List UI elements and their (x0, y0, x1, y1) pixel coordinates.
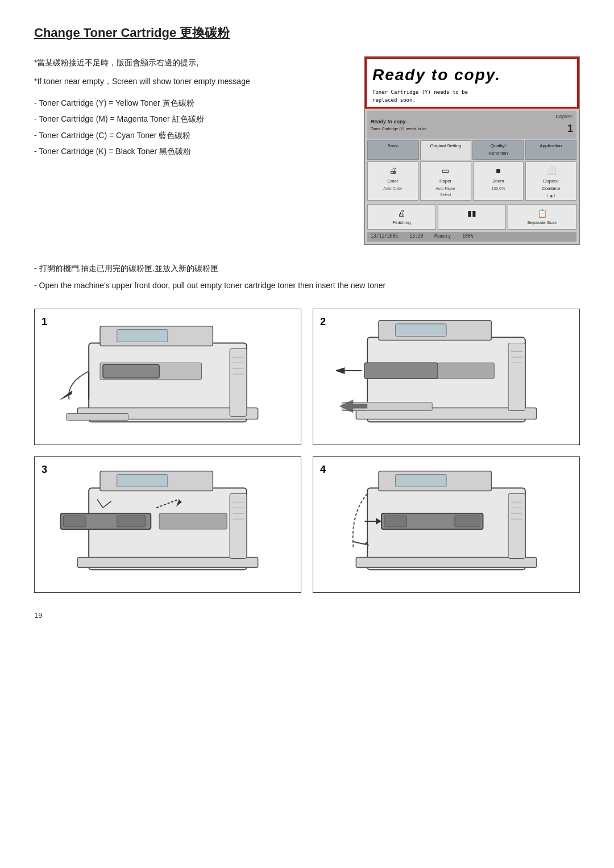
step-3-box: 3 (34, 456, 301, 593)
btn-separate-scan-label: Separate Scan (509, 219, 575, 227)
tab-quality[interactable]: Quality/Rendition (472, 140, 524, 160)
list-item: - Toner Cartridge (Y) = Yellow Toner 黃色碳… (34, 97, 347, 109)
svg-rect-26 (117, 475, 168, 487)
steps-grid: 1 (34, 309, 580, 593)
list-item: - Toner Cartridge (C) = Cyan Toner 藍色碳粉 (34, 129, 347, 142)
btn-zoom[interactable]: ■ Zoom 100.0% (473, 161, 524, 201)
svg-rect-19 (438, 363, 494, 379)
btn-duplex[interactable]: ⬜ Duplex/Combine 1 ◆ 1 (525, 161, 576, 201)
step-4-box: 4 (313, 456, 580, 593)
btn-duplex-sub: 1 ◆ 1 (527, 193, 575, 199)
svg-rect-15 (396, 324, 446, 337)
instructions-section: - 打開前機門,抽走已用完的碳粉匣,並放入新的碳粉匣 - Open the ma… (34, 262, 580, 292)
toner-list: - Toner Cartridge (Y) = Yellow Toner 黃色碳… (34, 97, 347, 158)
svg-rect-40 (356, 558, 536, 568)
step-2-illustration (313, 309, 579, 445)
svg-rect-31 (159, 514, 227, 530)
copies-label: Copies: (555, 113, 573, 121)
btn-paper[interactable]: ▭ Paper Auto PaperSelect (420, 161, 471, 201)
btn-color-label: Color (369, 178, 417, 185)
btn-zoom-label: Zoom (475, 178, 522, 185)
ui-screen-container: Ready to copy. Toner Cartridge (Y) needs… (364, 56, 580, 245)
svg-rect-7 (103, 365, 159, 379)
btn-finishing-label: Finishing (369, 219, 434, 227)
intro-line1: *當某碳粉接近不足時，版面會顯示右邊的提示, (34, 56, 347, 69)
svg-rect-44 (508, 494, 525, 559)
svg-rect-18 (364, 363, 438, 379)
page-title: Change Toner Cartridge 更換碳粉 (34, 23, 580, 43)
finishing-icon: 🖨 (369, 207, 434, 219)
warning-text: Toner Cartridge (Y) needs to bereplaced … (372, 88, 571, 105)
status-memory-val: 100% (462, 233, 473, 240)
svg-rect-30 (117, 516, 146, 528)
ui-screen: Ready to copy. Toner Cartridge (Y) needs… (364, 56, 580, 245)
svg-rect-4 (67, 414, 128, 421)
buttons-row: 🖨 Color Auto Color ▭ Paper Auto PaperSel… (367, 161, 576, 201)
screen-top-bar: Ready to copy. Toner Cartridge (Y) needs… (367, 111, 576, 139)
btn-finishing[interactable]: 🖨 Finishing (367, 204, 436, 230)
instruction-english: - Open the machine's upper front door, p… (34, 279, 580, 292)
paper-icon: ▭ (422, 164, 470, 177)
ready-big-text: Ready to copy. (372, 63, 571, 88)
ready-banner: Ready to copy. Toner Cartridge (Y) needs… (365, 57, 579, 109)
btn-separate-scan[interactable]: 📋 Separate Scan (508, 204, 576, 230)
step-2-number: 2 (320, 314, 326, 330)
list-item: - Toner Cartridge (K) = Black Toner 黑色碳粉 (34, 145, 347, 157)
color-icon: 🖨 (369, 164, 417, 177)
tabs-row: Basic Original Setting Quality/Rendition… (367, 140, 576, 160)
step-2-box: 2 (313, 309, 580, 445)
btn-color[interactable]: 🖨 Color Auto Color (367, 161, 418, 201)
svg-rect-20 (508, 343, 525, 411)
screen-body: Ready to copy. Toner Cartridge (Y) needs… (365, 109, 579, 244)
step-4-illustration (313, 457, 579, 592)
list-item: - Toner Cartridge (M) = Magenta Toner 紅色… (34, 113, 347, 125)
intro-line2: *If toner near empty，Screen will show to… (34, 75, 347, 88)
tab-original-setting[interactable]: Original Setting (420, 140, 472, 160)
copies-area: Copies: 1 (555, 113, 573, 137)
step-1-box: 1 (34, 309, 301, 445)
svg-rect-27 (77, 558, 258, 568)
svg-rect-39 (396, 475, 446, 487)
svg-rect-8 (230, 349, 247, 417)
empty-icon: ▮▮ (439, 207, 505, 219)
status-date: 13/11/2006 (371, 233, 398, 240)
bottom-row: 🖨 Finishing ▮▮ 📋 Separate Scan (367, 204, 576, 230)
status-bar: 13/11/2006 13:20 Memory 100% (367, 232, 576, 242)
top-left-content: *當某碳粉接近不足時，版面會顯示右邊的提示, *If toner near em… (34, 56, 347, 245)
screen-ready-small: Ready to copy. Toner Cartridge (Y) needs… (371, 118, 426, 132)
instruction-chinese: - 打開前機門,抽走已用完的碳粉匣,並放入新的碳粉匣 (34, 262, 580, 275)
page-number: 19 (34, 610, 580, 622)
step-4-number: 4 (320, 462, 326, 478)
btn-zoom-sub: 100.0% (475, 185, 522, 192)
status-time: 13:20 (409, 233, 423, 240)
zoom-icon: ■ (475, 164, 522, 177)
svg-rect-29 (64, 516, 86, 528)
btn-color-sub: Auto Color (369, 185, 417, 192)
step-3-number: 3 (42, 462, 47, 478)
status-memory-label: Memory (434, 233, 451, 240)
svg-rect-32 (230, 494, 247, 559)
btn-duplex-label: Duplex/Combine (527, 178, 575, 193)
scan-icon: 📋 (509, 207, 575, 219)
tab-application[interactable]: Application (525, 140, 577, 160)
duplex-icon: ⬜ (527, 164, 575, 177)
btn-empty: ▮▮ (438, 204, 507, 230)
top-section: *當某碳粉接近不足時，版面會顯示右邊的提示, *If toner near em… (34, 56, 580, 245)
screen-warning-small: Toner Cartridge (Y) needs to be (371, 126, 426, 132)
svg-rect-2 (117, 330, 168, 342)
btn-paper-label: Paper (422, 178, 470, 185)
btn-paper-sub: Auto PaperSelect (422, 185, 470, 198)
step-3-illustration (35, 457, 301, 592)
svg-rect-42 (384, 516, 407, 528)
ready-small-text: Ready to copy. (371, 118, 426, 126)
copies-num: 1 (555, 121, 573, 137)
tab-basic[interactable]: Basic (367, 140, 419, 160)
step-1-illustration (35, 309, 301, 445)
svg-rect-43 (455, 516, 480, 528)
step-1-number: 1 (42, 314, 47, 330)
